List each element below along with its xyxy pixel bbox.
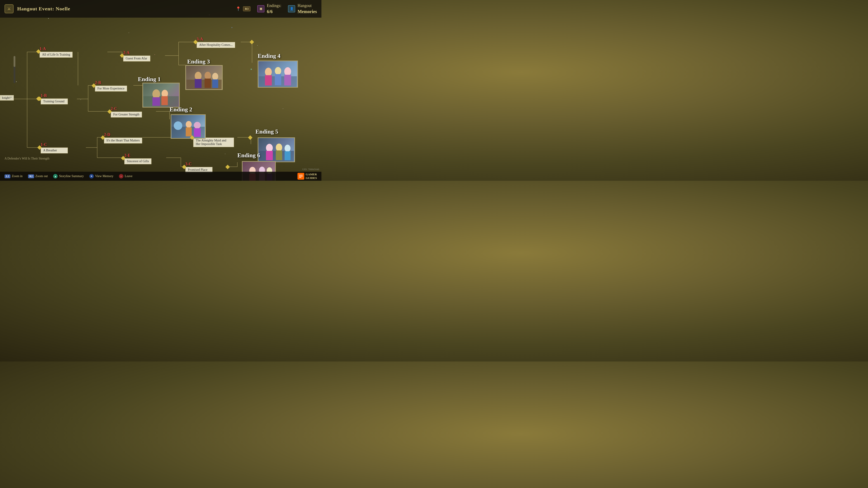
box-2d[interactable]: It's the Heart That Matters bbox=[104, 138, 142, 143]
l2-button[interactable]: L2 bbox=[4, 174, 10, 178]
uid-text: UID: 708845048 bbox=[302, 168, 319, 170]
svg-rect-69 bbox=[285, 151, 290, 160]
svg-point-45 bbox=[186, 121, 192, 128]
diamond-3b-right bbox=[248, 135, 252, 140]
box-3b[interactable]: The Almighty Maid and Her Impossible Tas… bbox=[193, 138, 234, 147]
box-3a[interactable]: After Hospitality Comes... bbox=[197, 42, 235, 48]
leave-label: Leave bbox=[125, 174, 132, 178]
location-icon: 📍 bbox=[236, 6, 241, 11]
zoom-in-label: Zoom in bbox=[12, 174, 23, 178]
node-2a: 2-A Guest From Afar bbox=[123, 51, 150, 61]
box-1b[interactable]: Training Ground bbox=[41, 98, 68, 104]
endings-section: ▣ Endings: 6/6 bbox=[257, 3, 281, 14]
svg-rect-77 bbox=[299, 175, 303, 175]
scroll-thumb bbox=[13, 56, 16, 67]
node-2d: 2-D It's the Heart That Matters bbox=[104, 132, 142, 143]
code-2d: 2-D bbox=[104, 132, 142, 137]
diamond-3a-right bbox=[250, 40, 254, 44]
code-3c: 3-C bbox=[185, 162, 213, 166]
code-2e: 2-E bbox=[124, 153, 151, 158]
svg-point-52 bbox=[205, 72, 211, 79]
text-2a: Guest From Afar bbox=[126, 57, 147, 60]
svg-rect-48 bbox=[194, 128, 201, 137]
ending-1-img-content bbox=[143, 84, 179, 107]
code-2a: 2-A bbox=[123, 51, 150, 55]
box-1c[interactable]: A Breather bbox=[41, 148, 68, 153]
node-2e: 2-E Sincerest of Gifts bbox=[124, 153, 151, 164]
svg-rect-62 bbox=[284, 75, 291, 86]
zoom-out-hint: R2 Zoom out bbox=[28, 174, 48, 178]
circle-button[interactable]: ○ bbox=[119, 174, 123, 178]
cross-button[interactable]: ✕ bbox=[89, 174, 94, 178]
storyline-hint: ▲ Storyline Summary bbox=[53, 174, 84, 178]
top-bar: ⚔ Hangout Event: Noelle 📍 R3 ▣ Endings: … bbox=[0, 0, 321, 18]
view-memory-label: View Memory bbox=[95, 174, 114, 178]
text-3a: After Hospitality Comes... bbox=[199, 43, 232, 46]
start-label: knight!" bbox=[2, 96, 12, 99]
leave-hint: ○ Leave bbox=[119, 174, 132, 178]
ending-1-image[interactable] bbox=[143, 83, 180, 107]
svg-rect-60 bbox=[275, 74, 281, 85]
svg-rect-79 bbox=[299, 177, 301, 177]
scroll-handle[interactable] bbox=[13, 56, 16, 83]
bottom-left-text: A Defender's Will Is Their Strength bbox=[4, 157, 50, 160]
view-memory-hint: ✕ View Memory bbox=[89, 174, 114, 178]
ending-4-image[interactable] bbox=[258, 61, 298, 88]
map-area: .line { stroke: rgba(200,185,120,0.7); s… bbox=[0, 18, 321, 172]
ending-4-title: Ending 4 bbox=[258, 53, 280, 59]
top-bar-right: 📍 R3 ▣ Endings: 6/6 👤 Hangout Memories bbox=[236, 3, 317, 14]
svg-rect-55 bbox=[212, 79, 218, 88]
code-1c: 1-C bbox=[41, 142, 68, 147]
node-2c: 2-C For Greater Strength bbox=[111, 106, 142, 118]
text-3b: The Almighty Maid and Her Impossible Tas… bbox=[196, 139, 226, 146]
svg-rect-40 bbox=[152, 97, 160, 106]
ending-5-title: Ending 5 bbox=[255, 128, 278, 135]
bottom-bar: L2 Zoom in R2 Zoom out ▲ Storyline Summa… bbox=[0, 172, 321, 181]
ending-3-img-content bbox=[186, 66, 222, 89]
storyline-label: Storyline Summary bbox=[59, 174, 84, 178]
svg-rect-46 bbox=[186, 127, 192, 136]
svg-point-64 bbox=[266, 144, 273, 152]
ending-3-image[interactable] bbox=[185, 65, 223, 90]
memories-text: Hangout Memories bbox=[298, 3, 317, 14]
sword-icon: ⚔ bbox=[7, 6, 11, 11]
endings-label: Endings: bbox=[267, 3, 281, 8]
box-2c[interactable]: For Greater Strength bbox=[111, 111, 142, 118]
svg-point-44 bbox=[174, 121, 182, 130]
svg-rect-58 bbox=[265, 75, 272, 86]
ending-2-image[interactable] bbox=[170, 114, 206, 139]
code-3a: 3-A bbox=[197, 37, 235, 41]
code-2c: 2-C bbox=[111, 106, 142, 111]
text-1c: A Breather bbox=[43, 149, 57, 152]
endings-text: Endings: 6/6 bbox=[267, 3, 281, 14]
gamer-guides-badge: GAMERGUIDES bbox=[298, 173, 317, 180]
text-1a: All of Life Is Training bbox=[42, 53, 70, 56]
node-2b: 2-B For More Experience bbox=[95, 80, 127, 92]
svg-rect-42 bbox=[161, 96, 168, 105]
svg-point-59 bbox=[275, 67, 281, 75]
endings-count: 6/6 bbox=[267, 8, 281, 14]
ending-1-title: Ending 1 bbox=[138, 76, 160, 83]
memories-label2: Memories bbox=[298, 8, 317, 14]
r2-button[interactable]: R2 bbox=[28, 174, 34, 178]
zoom-in-hint: L2 Zoom in bbox=[4, 174, 23, 178]
svg-rect-38 bbox=[144, 96, 179, 107]
ending-3-title: Ending 3 bbox=[187, 58, 210, 65]
box-2b[interactable]: For More Experience bbox=[95, 86, 127, 92]
r3-badge: R3 bbox=[243, 6, 251, 11]
node-3c: 3-C Promised Place bbox=[185, 162, 213, 173]
box-1a[interactable]: All of Life Is Training bbox=[39, 52, 72, 58]
box-2a[interactable]: Guest From Afar bbox=[123, 56, 150, 61]
ending-6-title: Ending 6 bbox=[237, 152, 260, 159]
memories-section[interactable]: 👤 Hangout Memories bbox=[288, 3, 317, 14]
gg-icon bbox=[298, 173, 304, 180]
svg-rect-65 bbox=[266, 151, 273, 160]
svg-point-66 bbox=[276, 144, 282, 151]
ending-4-img-content bbox=[258, 61, 297, 87]
box-2e[interactable]: Sincerest of Gifts bbox=[124, 158, 151, 164]
node-1a: 1-A All of Life Is Training bbox=[39, 46, 72, 58]
triangle-button[interactable]: ▲ bbox=[53, 174, 58, 178]
memories-icon: 👤 bbox=[288, 5, 295, 12]
ending-5-image[interactable] bbox=[258, 137, 295, 162]
code-1b: 1-B bbox=[41, 93, 68, 98]
